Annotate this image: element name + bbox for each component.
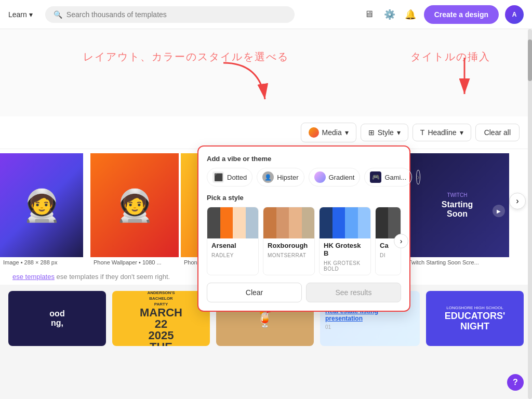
template-label-2: Phone Wallpaper • 1080 ...: [90, 257, 179, 268]
real-estate-sub: 01: [325, 324, 415, 330]
hipster-label: Hipster: [277, 174, 298, 181]
search-input[interactable]: [66, 10, 286, 19]
arrow-left-icon: [218, 58, 270, 104]
template-label-1: Image • 288 × 288 px: [0, 257, 88, 268]
style-icon: ⊞: [368, 128, 375, 137]
hk-grotesk-sub: HK GROTESK BOLD: [320, 260, 370, 275]
template-card-orange[interactable]: 🧑‍🚀 Phone Wallpaper • 1080 ...: [90, 153, 179, 269]
card-twitch-image: TWITCH StartingSoon ▶: [405, 153, 509, 257]
vibe-gaming[interactable]: 🎮 Gami...: [364, 168, 412, 187]
page-scrollbar[interactable]: [528, 29, 532, 399]
style-filter-button[interactable]: ⊞ Style ▾: [361, 124, 408, 141]
bottom-card-dark[interactable]: oodng,: [8, 291, 106, 346]
style-card-roxborough[interactable]: Roxborough MONTSERRAT: [263, 207, 315, 275]
gaming-icon: 🎮: [370, 171, 381, 183]
gradient-label: Gradient: [329, 174, 355, 181]
monitor-icon[interactable]: 🖥: [362, 7, 376, 22]
report-templates-link[interactable]: ese templates: [12, 273, 55, 281]
chevron-down-icon: ▾: [345, 128, 349, 137]
educators-text: LONGSHORE HIGH SCHOOLEDUCATORS'NIGHT: [445, 305, 506, 332]
arsenal-name: Arsenal: [207, 238, 258, 252]
vibe-gradient[interactable]: Gradient: [309, 168, 361, 187]
bottom-strip-text: ese templates if they don't seem right.: [57, 273, 170, 281]
vibe-hipster[interactable]: 👤 Hipster: [257, 168, 304, 187]
roxborough-colors: [263, 207, 314, 238]
avatar[interactable]: A: [505, 5, 524, 24]
search-bar[interactable]: 🔍: [45, 6, 295, 23]
media-label: Media: [322, 128, 342, 137]
vibe-section-title: Add a vibe or theme: [207, 155, 401, 163]
style-cards-row: Arsenal Radley Roxborough MONTSERRAT: [207, 207, 401, 275]
gaming-label: Gami...: [384, 174, 406, 181]
nav-right: 🖥 ⚙️ 🔔 Create a design A: [362, 5, 524, 24]
dark-card-text: oodng,: [49, 309, 64, 328]
filter-bar: Media ▾ ⊞ Style ▾ T Headline ▾ Clear all…: [0, 116, 532, 149]
template-card-purple[interactable]: 🧑‍🚀 Image • 288 × 288 px: [0, 153, 88, 269]
clear-button[interactable]: Clear: [207, 283, 302, 302]
media-icon: [309, 127, 319, 138]
style-label: Style: [378, 128, 394, 137]
scrollbar-thumb[interactable]: [528, 39, 532, 81]
gear-icon[interactable]: ⚙️: [382, 7, 397, 22]
headline-label: Headline: [428, 128, 456, 137]
style-card-arsenal[interactable]: Arsenal Radley: [207, 207, 259, 275]
learn-label: Learn: [8, 10, 27, 19]
style-popup: Add a vibe or theme ⬛ Dotted 👤 Hipster G…: [197, 145, 410, 312]
see-results-button[interactable]: See results: [306, 283, 401, 302]
help-button[interactable]: ?: [507, 374, 524, 391]
chevron-down-icon: ▾: [29, 10, 33, 19]
hipster-icon: 👤: [262, 171, 274, 183]
media-filter-button[interactable]: Media ▾: [301, 123, 356, 142]
chevron-down-icon: ▾: [460, 128, 463, 137]
arsenal-colors: [207, 207, 258, 238]
arrow-right-icon: [449, 55, 480, 102]
roxborough-name: Roxborough: [263, 238, 314, 252]
clear-all-button[interactable]: Clear all: [475, 124, 520, 141]
headline-icon: T: [420, 128, 425, 137]
navbar: Learn ▾ 🔍 🖥 ⚙️ 🔔 Create a design A: [0, 0, 532, 29]
vibe-row: ⬛ Dotted 👤 Hipster Gradient 🎮 Gami... ›: [207, 168, 401, 187]
vibe-more-button[interactable]: ›: [416, 170, 420, 184]
create-design-button[interactable]: Create a design: [424, 5, 499, 24]
chevron-down-icon: ▾: [397, 128, 401, 137]
search-icon: 🔍: [54, 10, 62, 19]
popup-footer: Clear See results: [207, 283, 401, 302]
ca-colors: [376, 207, 401, 238]
bottom-card-purple[interactable]: LONGSHORE HIGH SCHOOLEDUCATORS'NIGHT: [426, 291, 524, 346]
dotted-icon: ⬛: [212, 171, 224, 183]
headline-filter-button[interactable]: T Headline ▾: [413, 124, 471, 141]
hk-grotesk-name: HK Grotesk B: [320, 238, 370, 260]
yellow-card-text: PATRICKANDERSON'SBACHELORPARTYMARCH22202…: [140, 291, 182, 346]
bottom-card-yellow[interactable]: PATRICKANDERSON'SBACHELORPARTYMARCH22202…: [112, 291, 210, 346]
arsenal-sub: Radley: [207, 252, 258, 261]
annotation-area: レイアウト、カラーのスタイルを選べる タイトルの挿入: [0, 29, 532, 116]
templates-next-button[interactable]: ›: [509, 193, 526, 209]
dotted-label: Dotted: [227, 174, 247, 181]
vibe-dotted[interactable]: ⬛ Dotted: [207, 168, 252, 187]
ca-sub: Di: [376, 252, 401, 261]
template-card-twitch[interactable]: TWITCH StartingSoon ▶ Twitch Starting So…: [405, 153, 509, 269]
hk-grotesk-colors: [320, 207, 370, 238]
bell-icon[interactable]: 🔔: [403, 7, 418, 22]
nav-learn[interactable]: Learn ▾: [8, 10, 33, 19]
style-next-button[interactable]: ›: [394, 234, 408, 248]
gradient-icon: [314, 171, 326, 183]
roxborough-sub: MONTSERRAT: [263, 252, 314, 261]
card-orange-image: 🧑‍🚀: [90, 153, 179, 257]
template-label-twitch: Twitch Starting Soon Scre...: [405, 257, 509, 268]
style-card-hk-grotesk[interactable]: HK Grotesk B HK GROTESK BOLD: [319, 207, 371, 275]
card-purple-image: 🧑‍🚀: [0, 153, 83, 257]
style-section-title: Pick a style: [207, 194, 401, 202]
